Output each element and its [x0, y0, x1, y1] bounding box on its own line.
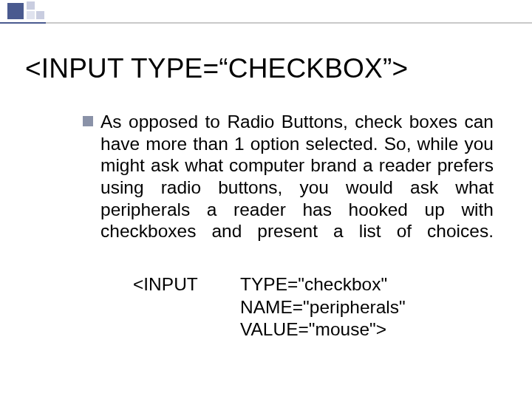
decor-square-small	[27, 1, 35, 10]
bullet-square-icon	[83, 116, 93, 126]
slide: <INPUT TYPE=“CHECKBOX”> As opposed to Ra…	[0, 0, 532, 399]
decor-square-small	[27, 11, 35, 19]
code-tag-open: <INPUT	[133, 273, 240, 296]
decor-horizontal-rule	[0, 22, 532, 24]
code-line: VALUE="mouse">	[240, 318, 406, 341]
slide-title: <INPUT TYPE=“CHECKBOX”>	[25, 53, 408, 84]
body-bullet-row: As opposed to Radio Buttons, check boxes…	[83, 111, 494, 242]
code-attributes: TYPE="checkbox" NAME="peripherals" VALUE…	[240, 273, 406, 341]
code-example: <INPUT TYPE="checkbox" NAME="peripherals…	[133, 273, 406, 341]
decor-square-small	[36, 11, 44, 19]
code-line: NAME="peripherals"	[240, 296, 406, 319]
code-line: TYPE="checkbox"	[240, 273, 406, 296]
body-paragraph: As opposed to Radio Buttons, check boxes…	[100, 111, 494, 242]
header-decoration	[0, 0, 532, 25]
decor-square-large	[7, 3, 24, 19]
